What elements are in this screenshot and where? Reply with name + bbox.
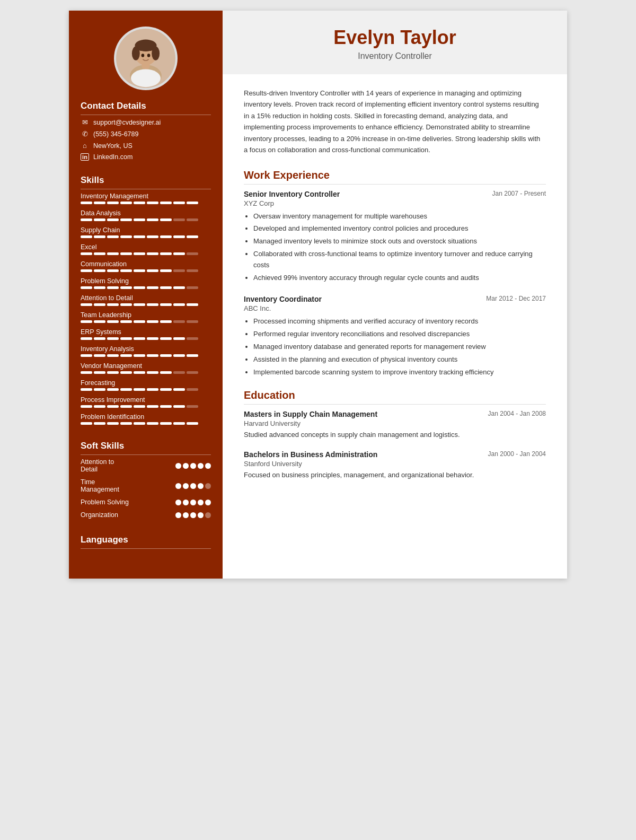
phone-icon: ✆	[81, 130, 89, 138]
skill-item: Inventory Analysis	[81, 345, 211, 357]
job-title: Senior Inventory Controller	[244, 190, 340, 198]
dot	[198, 463, 204, 469]
skill-bar	[187, 337, 198, 340]
skill-bar	[160, 422, 172, 425]
skill-item: Problem Identification	[81, 413, 211, 425]
skill-bars	[81, 422, 211, 425]
job-bullet: Processed incoming shipments and verifie…	[253, 316, 546, 327]
location-icon: ⌂	[81, 142, 89, 150]
skills-list: Inventory ManagementData AnalysisSupply …	[81, 192, 211, 425]
skill-bar	[187, 405, 198, 408]
skill-bar	[94, 235, 105, 238]
skill-bar	[147, 371, 158, 374]
jobs-list: Senior Inventory ControllerJan 2007 - Pr…	[244, 190, 546, 378]
soft-skill-item: Time Management	[81, 478, 211, 493]
skill-name: Forecasting	[81, 379, 211, 387]
contact-location: ⌂ NewYork, US	[81, 142, 211, 150]
skill-bar	[107, 286, 119, 289]
job-bullet: Managed inventory database and generated…	[253, 342, 546, 353]
dot	[175, 483, 181, 489]
skill-bar	[81, 218, 92, 221]
edu-header: Masters in Supply Chain ManagementJan 20…	[244, 410, 546, 418]
skill-bar	[187, 286, 198, 289]
skill-bar	[81, 354, 92, 357]
skill-item: Forecasting	[81, 379, 211, 391]
dot	[198, 500, 204, 505]
skill-bar	[187, 303, 198, 306]
dot	[190, 483, 196, 489]
edu-list: Masters in Supply Chain ManagementJan 20…	[244, 410, 546, 481]
skill-bar	[160, 252, 172, 255]
svg-point-6	[152, 47, 160, 60]
dot	[198, 483, 204, 489]
skill-item: Process Improvement	[81, 396, 211, 408]
skill-bar	[173, 235, 185, 238]
sidebar: Contact Details ✉ support@cvdesigner.ai …	[69, 11, 223, 579]
job-bullets: Oversaw inventory management for multipl…	[244, 211, 546, 284]
email-value: support@cvdesigner.ai	[93, 119, 161, 126]
skill-bar	[94, 320, 105, 323]
work-experience-title: Work Experience	[244, 169, 546, 185]
edu-block: Bachelors in Business AdministrationJan …	[244, 450, 546, 481]
skill-name: Vendor Management	[81, 362, 211, 370]
skill-name: Process Improvement	[81, 396, 211, 404]
soft-skill-dots	[175, 483, 211, 489]
skill-bar	[173, 269, 185, 272]
skill-bar	[107, 235, 119, 238]
skill-item: Data Analysis	[81, 209, 211, 221]
skill-bar	[81, 422, 92, 425]
skill-bar	[120, 269, 132, 272]
skill-item: Inventory Management	[81, 192, 211, 204]
skill-bar	[187, 252, 198, 255]
skill-name: Problem Identification	[81, 413, 211, 421]
contact-linkedin: in LinkedIn.com	[81, 153, 211, 161]
skill-bar	[187, 371, 198, 374]
dot	[183, 512, 189, 518]
skill-name: Team Leadership	[81, 311, 211, 319]
skill-bar	[147, 269, 158, 272]
edu-date: Jan 2004 - Jan 2008	[488, 410, 546, 417]
job-date: Mar 2012 - Dec 2017	[486, 295, 546, 302]
contact-section: Contact Details ✉ support@cvdesigner.ai …	[69, 101, 223, 175]
soft-skill-name: Time Management	[81, 478, 175, 493]
edu-degree: Bachelors in Business Administration	[244, 450, 377, 459]
skill-item: Supply Chain	[81, 226, 211, 238]
skill-name: Supply Chain	[81, 226, 211, 234]
job-bullet: Oversaw inventory management for multipl…	[253, 211, 546, 222]
skill-bar	[107, 337, 119, 340]
skill-bar	[134, 269, 145, 272]
skill-bars	[81, 286, 211, 289]
skill-bar	[147, 320, 158, 323]
skill-bar	[120, 202, 132, 204]
job-bullet: Achieved 99% inventory accuracy through …	[253, 273, 546, 284]
skill-bar	[120, 337, 132, 340]
dot	[190, 512, 196, 518]
skill-bar	[173, 371, 185, 374]
header-area: Evelyn Taylor Inventory Controller	[223, 11, 567, 74]
skill-bar	[160, 269, 172, 272]
skill-item: Attention to Detail	[81, 294, 211, 306]
contact-email: ✉ support@cvdesigner.ai	[81, 118, 211, 126]
skill-bar	[134, 252, 145, 255]
skill-bars	[81, 320, 211, 323]
skill-bar	[160, 337, 172, 340]
skill-bars	[81, 354, 211, 357]
skill-bar	[147, 422, 158, 425]
svg-point-7	[131, 69, 161, 88]
skill-bars	[81, 303, 211, 306]
soft-skill-name: Problem Solving	[81, 498, 175, 506]
edu-desc: Focused on business principles, manageme…	[244, 470, 546, 481]
soft-skills-section: Soft Skills Attention to DetailTime Mana…	[69, 441, 223, 535]
skill-bar	[81, 235, 92, 238]
skill-bar	[173, 388, 185, 391]
education-section: Education Masters in Supply Chain Manage…	[244, 389, 546, 481]
skill-bar	[120, 303, 132, 306]
skill-bars	[81, 371, 211, 374]
skill-bar	[160, 320, 172, 323]
job-block: Inventory CoordinatorMar 2012 - Dec 2017…	[244, 295, 546, 378]
skill-bar	[160, 371, 172, 374]
skill-name: Inventory Management	[81, 192, 211, 200]
skill-bar	[120, 320, 132, 323]
skill-bar	[94, 218, 105, 221]
skill-bar	[107, 388, 119, 391]
